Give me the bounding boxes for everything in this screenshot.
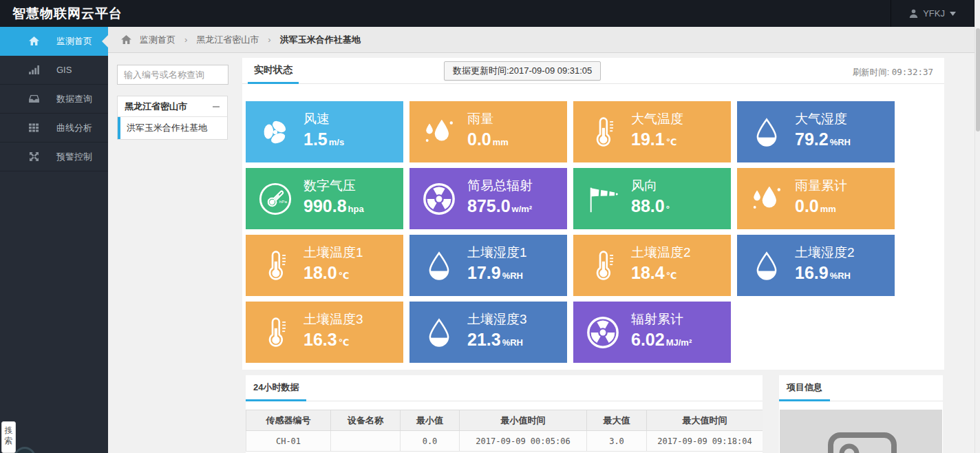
breadcrumb-item[interactable]: 黑龙江省密山市 bbox=[196, 34, 279, 46]
sensor-value: 6.02 bbox=[631, 330, 665, 349]
sidebar-item-label: 数据查询 bbox=[56, 93, 92, 105]
thermometer-icon bbox=[584, 247, 621, 284]
sidebar-item[interactable]: GIS bbox=[0, 56, 108, 85]
sensor-name: 雨量 bbox=[467, 110, 493, 128]
sensor-tile: hPa 数字气压 990.8hpa bbox=[246, 168, 403, 229]
home-icon bbox=[121, 35, 131, 44]
sensor-reading: 79.2%RH bbox=[795, 129, 851, 149]
gis-icon bbox=[28, 65, 40, 74]
table-cell bbox=[331, 431, 401, 452]
realtime-tab-row: 实时状态 数据更新时间:2017-09-09 09:31:05 刷新时间: 09… bbox=[242, 58, 944, 84]
scrollbar-thumb[interactable] bbox=[976, 28, 980, 131]
sensor-unit: mm bbox=[820, 204, 836, 214]
project-info-tab-row: 项目信息 bbox=[779, 375, 943, 401]
image-placeholder-icon bbox=[828, 432, 897, 453]
table-column-header: 最小值 bbox=[401, 410, 460, 431]
sensor-name: 土壤湿度1 bbox=[467, 244, 527, 262]
sensor-unit: MJ/m² bbox=[666, 337, 692, 348]
data-query-icon bbox=[28, 94, 40, 103]
sensor-unit: %RH bbox=[830, 137, 851, 147]
table-column-header: 传感器编号 bbox=[246, 410, 331, 431]
sensor-tile: 土壤湿度3 21.3%RH bbox=[409, 302, 567, 363]
table-column-header: 最大值 bbox=[587, 410, 647, 431]
sidebar-item-label: 预警控制 bbox=[56, 151, 92, 163]
sensor-reading: 990.8hpa bbox=[303, 196, 364, 216]
sensor-unit: m/s bbox=[329, 137, 344, 147]
table-cell: 3.0 bbox=[587, 431, 647, 452]
raindrops-icon bbox=[420, 114, 458, 151]
breadcrumb-bar: 监测首页 黑龙江省密山市 洪军玉米合作社基地 bbox=[108, 27, 974, 53]
water-drop-icon bbox=[420, 247, 458, 284]
search-input[interactable] bbox=[117, 65, 228, 85]
user-name: YFKJ bbox=[923, 8, 945, 19]
sensor-value: 990.8 bbox=[303, 196, 347, 215]
sensor-unit: ℃ bbox=[666, 271, 677, 281]
sensor-reading: 16.3℃ bbox=[303, 330, 349, 350]
sensor-name: 数字气压 bbox=[303, 177, 356, 195]
sidebar-item[interactable]: 曲线分析 bbox=[0, 114, 108, 143]
tab-project-info[interactable]: 项目信息 bbox=[779, 381, 830, 401]
tab-realtime-status[interactable]: 实时状态 bbox=[248, 64, 299, 84]
radiation-icon bbox=[584, 314, 621, 351]
sensor-value: 17.9 bbox=[467, 263, 501, 282]
sensor-value: 88.0 bbox=[631, 196, 665, 215]
sensor-tile: 风速 1.5m/s bbox=[246, 101, 403, 162]
sensor-reading: 6.02MJ/m² bbox=[631, 330, 692, 350]
water-drop-icon bbox=[420, 314, 458, 351]
sensor-value: 875.0 bbox=[467, 196, 511, 215]
sensor-name: 土壤温度2 bbox=[631, 244, 691, 262]
sensor-reading: 18.4℃ bbox=[631, 263, 677, 283]
sensor-name: 风向 bbox=[631, 177, 657, 195]
sensor-tile: 土壤温度2 18.4℃ bbox=[573, 235, 731, 296]
sidebar-item[interactable]: 数据查询 bbox=[0, 85, 108, 114]
sensor-name: 大气湿度 bbox=[795, 110, 847, 128]
sensor-name: 土壤温度3 bbox=[303, 310, 363, 328]
iot-dashboard: 智慧物联网云平台 YFKJ 监测首页 GIS 数据查询 曲线分析 预警控制 监测… bbox=[0, 0, 980, 453]
sensor-value: 18.4 bbox=[631, 263, 665, 282]
sensor-tile: 辐射累计 6.02MJ/m² bbox=[573, 302, 731, 363]
table-column-header: 设备名称 bbox=[331, 410, 401, 431]
sensor-tile: 雨量累计 0.0mm bbox=[737, 168, 895, 229]
sensor-tile: 土壤湿度1 17.9%RH bbox=[409, 235, 567, 296]
sensor-name: 土壤湿度2 bbox=[795, 244, 855, 262]
daily-data-tab-row: 24小时数据 bbox=[246, 375, 763, 401]
arrows-icon bbox=[28, 152, 40, 161]
table-cell: 0.0 bbox=[401, 431, 460, 452]
sensor-unit: %RH bbox=[830, 271, 851, 281]
sensor-tile: 土壤湿度2 16.9%RH bbox=[737, 235, 895, 296]
sensor-data-table: 传感器编号 设备名称 最小值 最小值时间 最大值 最大值时间 CH-010.02… bbox=[246, 410, 763, 452]
daily-data-panel: 24小时数据 传感器编号 设备名称 最小值 最小值时间 最大值 最大值时间 CH… bbox=[246, 375, 763, 453]
grid-icon bbox=[28, 123, 40, 132]
sensor-name: 大气温度 bbox=[631, 110, 683, 128]
sensor-unit: ℃ bbox=[666, 137, 677, 147]
sensor-value: 16.9 bbox=[795, 263, 829, 282]
sensor-name: 雨量累计 bbox=[795, 177, 847, 195]
breadcrumb-item[interactable]: 监测首页 bbox=[140, 34, 196, 46]
breadcrumb-item[interactable]: 洪军玉米合作社基地 bbox=[280, 34, 361, 46]
sensor-tile: 简易总辐射 875.0w/m² bbox=[409, 168, 567, 229]
table-header-row: 传感器编号 设备名称 最小值 最小值时间 最大值 最大值时间 bbox=[246, 410, 763, 431]
svg-text:hPa: hPa bbox=[279, 198, 288, 203]
tree-group-header[interactable]: 黑龙江省密山市 bbox=[118, 96, 227, 117]
minus-icon[interactable] bbox=[212, 103, 220, 111]
sidebar-item[interactable]: 预警控制 bbox=[0, 143, 108, 171]
sensor-value: 18.0 bbox=[303, 263, 337, 282]
water-drop-icon bbox=[748, 114, 785, 151]
sidebar-item-label: 监测首页 bbox=[56, 35, 92, 48]
floating-search-widget[interactable]: 搜索 bbox=[1, 421, 16, 453]
sensor-value: 0.0 bbox=[467, 129, 491, 149]
tab-24h-data[interactable]: 24小时数据 bbox=[246, 381, 306, 401]
home-icon bbox=[28, 36, 40, 45]
sidebar-item[interactable]: 监测首页 bbox=[0, 27, 108, 56]
sensor-name: 辐射累计 bbox=[631, 310, 683, 328]
sensor-value: 1.5 bbox=[303, 129, 328, 149]
user-menu[interactable]: YFKJ bbox=[891, 0, 974, 27]
thermometer-icon bbox=[257, 247, 294, 284]
sensor-value: 19.1 bbox=[631, 129, 665, 149]
tree-item-station[interactable]: 洪军玉米合作社基地 bbox=[118, 117, 227, 139]
sensor-reading: 875.0w/m² bbox=[467, 196, 532, 216]
data-update-time-button[interactable]: 数据更新时间:2017-09-09 09:31:05 bbox=[444, 61, 601, 81]
water-drop-icon bbox=[748, 247, 785, 284]
sensor-name: 土壤温度1 bbox=[303, 244, 363, 262]
sensor-reading: 21.3%RH bbox=[467, 330, 523, 350]
